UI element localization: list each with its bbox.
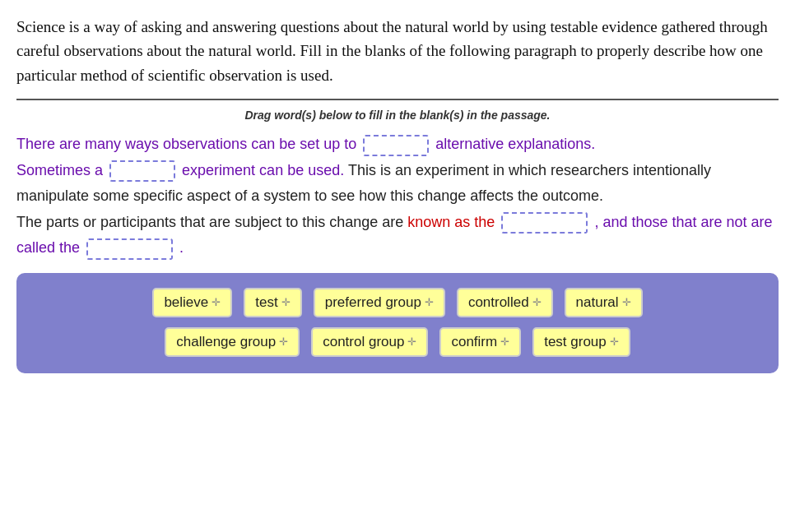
move-icon: ✛ <box>610 335 619 348</box>
drag-word-test-group-label: test group <box>544 334 607 350</box>
move-icon: ✛ <box>500 335 509 348</box>
drag-word-natural-label: natural <box>576 294 619 311</box>
passage: There are many ways observations can be … <box>16 132 779 261</box>
sentence2-a: Sometimes a <box>16 162 103 178</box>
blank-4[interactable] <box>86 238 173 260</box>
sentence4-known: known as the <box>407 214 499 230</box>
intro-text: Science is a way of asking and answering… <box>16 15 779 87</box>
move-icon: ✛ <box>279 335 288 348</box>
drag-word-preferred-group-label: preferred group <box>325 294 421 311</box>
move-icon: ✛ <box>425 296 434 308</box>
drag-word-test-group[interactable]: test group ✛ <box>532 327 630 357</box>
drag-word-preferred-group[interactable]: preferred group ✛ <box>314 288 445 317</box>
blank-2[interactable] <box>109 160 175 182</box>
move-icon: ✛ <box>212 296 221 308</box>
drag-word-challenge-group-label: challenge group <box>176 334 276 350</box>
drag-word-control-group-label: control group <box>323 334 404 350</box>
blank-1[interactable] <box>363 135 429 156</box>
sentence1-a: There are many ways observations can be … <box>16 136 356 152</box>
move-icon: ✛ <box>532 296 542 308</box>
drag-word-natural[interactable]: natural ✛ <box>565 288 643 317</box>
drag-area: believe ✛ test ✛ preferred group ✛ contr… <box>16 273 779 373</box>
drag-word-challenge-group[interactable]: challenge group ✛ <box>165 327 300 357</box>
sentence1-b: alternative explanations. <box>435 136 595 152</box>
drag-word-confirm[interactable]: confirm ✛ <box>439 327 521 357</box>
sentence4-d: . <box>179 239 184 256</box>
drag-word-controlled-label: controlled <box>468 294 529 311</box>
move-icon: ✛ <box>622 296 631 308</box>
drag-word-test[interactable]: test ✛ <box>244 288 301 317</box>
drag-row-1: believe ✛ test ✛ preferred group ✛ contr… <box>152 288 642 317</box>
drag-word-believe[interactable]: believe ✛ <box>152 288 232 317</box>
blank-3[interactable] <box>501 212 588 234</box>
drag-word-believe-label: believe <box>164 294 208 311</box>
drag-instruction: Drag word(s) below to fill in the blank(… <box>16 109 779 122</box>
move-icon: ✛ <box>281 296 291 308</box>
sentence4-a: The parts or participants that are subje… <box>16 214 403 230</box>
sentence2-b: experiment can be used. <box>182 162 344 178</box>
drag-row-2: challenge group ✛ control group ✛ confir… <box>165 327 630 357</box>
divider <box>16 99 779 100</box>
move-icon: ✛ <box>407 335 416 348</box>
drag-word-controlled[interactable]: controlled ✛ <box>457 288 553 317</box>
drag-word-control-group[interactable]: control group ✛ <box>311 327 428 357</box>
drag-word-test-label: test <box>255 294 277 311</box>
drag-word-confirm-label: confirm <box>451 334 497 350</box>
